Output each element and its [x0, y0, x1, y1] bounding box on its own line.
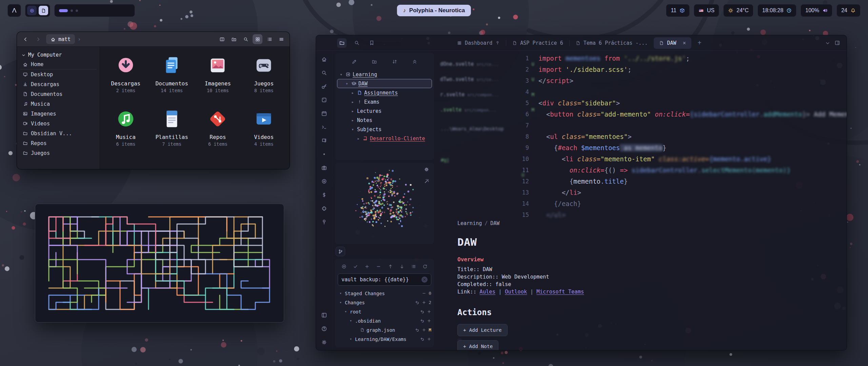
- unlink-ribbon-button[interactable]: [320, 150, 329, 159]
- tab-dashboard[interactable]: Dashboard: [452, 37, 505, 49]
- clear-commit-message-button[interactable]: ✕: [421, 277, 428, 283]
- help-ribbon-button[interactable]: [320, 324, 329, 333]
- folder-videos[interactable]: Videos4 items: [241, 106, 287, 159]
- folder-plus-button[interactable]: [370, 57, 379, 66]
- book-ribbon-button[interactable]: [320, 136, 329, 145]
- graph-settings-button[interactable]: [422, 165, 431, 174]
- git-plus-icon[interactable]: [422, 328, 426, 332]
- folder-descargas[interactable]: Descargas2 items: [103, 52, 149, 106]
- tree-item-daw[interactable]: ▾DAW: [337, 79, 432, 88]
- tree-item-assignments[interactable]: ▸Assignments: [337, 88, 432, 97]
- sidebar-item-documentos[interactable]: Documentos: [20, 89, 97, 99]
- folder-imagenes[interactable]: Imagenes10 items: [195, 52, 241, 106]
- git-undo-icon[interactable]: [415, 328, 419, 332]
- git-undo-icon[interactable]: [420, 319, 425, 323]
- git-row-learning-daw-exams[interactable]: ▾Learning/DAW/Exams: [338, 334, 431, 344]
- git-branch-button[interactable]: [336, 247, 345, 256]
- git-minus-button[interactable]: [375, 262, 383, 270]
- home-ribbon-button[interactable]: [320, 55, 329, 64]
- layout-ribbon-button[interactable]: [320, 311, 329, 320]
- toggle-right-sidebar-button[interactable]: [832, 38, 842, 48]
- search-button[interactable]: [241, 34, 251, 44]
- puzzle-ribbon-button[interactable]: [320, 204, 329, 213]
- new-tab-button[interactable]: +: [695, 38, 704, 48]
- tab-list-dropdown[interactable]: [823, 38, 832, 48]
- power-menu-button[interactable]: [27, 6, 37, 15]
- notes-button[interactable]: [39, 6, 48, 15]
- pin-ribbon-button[interactable]: [320, 218, 329, 226]
- pencil-button[interactable]: [350, 57, 359, 66]
- gear-ribbon-button[interactable]: [320, 338, 329, 347]
- keyboard-layout-module[interactable]: US: [694, 4, 719, 17]
- git-arrow-up-button[interactable]: [386, 262, 394, 270]
- tree-item-learning[interactable]: ▾Learning: [337, 70, 432, 79]
- git-row-changes[interactable]: ▾Changes2: [338, 298, 431, 307]
- git-plus-button[interactable]: [363, 262, 371, 270]
- sidebar-item-obsidian-v-[interactable]: Obsidian V...: [20, 128, 97, 138]
- clock-module[interactable]: 18:08:28: [757, 4, 796, 17]
- updates-module[interactable]: 11: [666, 4, 690, 17]
- workspaces-widget[interactable]: [54, 4, 135, 17]
- folder-plantillas[interactable]: Plantillas7 items: [149, 106, 195, 159]
- link-aules[interactable]: Aules: [479, 289, 495, 295]
- folder-juegos[interactable]: Juegos8 items: [241, 52, 287, 106]
- link-microsoft-teams[interactable]: Microsoft Teams: [536, 289, 584, 295]
- git-plus-icon[interactable]: [422, 300, 426, 305]
- git-circle-plus-button[interactable]: [340, 262, 348, 270]
- sidebar-item-desktop[interactable]: Desktop: [20, 69, 97, 79]
- close-tab-button[interactable]: ×: [683, 40, 686, 46]
- launcher-button[interactable]: Λ: [7, 4, 21, 17]
- calendar-ribbon-button[interactable]: [320, 109, 329, 118]
- tree-item-lectures[interactable]: ▸Lectures: [337, 106, 432, 116]
- terminal-ribbon-button[interactable]: [320, 123, 329, 131]
- folder-musica[interactable]: Musica6 items: [103, 106, 149, 159]
- git-undo-icon[interactable]: [420, 337, 425, 341]
- git-row-root[interactable]: ▾root: [338, 307, 431, 316]
- git-minus-icon[interactable]: [422, 291, 426, 296]
- menu-button[interactable]: [276, 34, 286, 44]
- grid-button[interactable]: [253, 34, 262, 44]
- tree-item-desarrollo-cliente[interactable]: ▸Desarrollo-Cliente: [337, 134, 432, 143]
- git-row--obsidian[interactable]: ▾.obsidian: [338, 316, 431, 325]
- breadcrumb[interactable]: matt: [46, 34, 75, 44]
- camera-ribbon-button[interactable]: [320, 163, 329, 172]
- sort-button[interactable]: [390, 57, 399, 66]
- git-plus-icon[interactable]: [427, 337, 431, 341]
- git-arrow-down-button[interactable]: [398, 262, 406, 270]
- graph-canvas[interactable]: [335, 163, 434, 239]
- tree-item-exams[interactable]: ▸Exams: [337, 97, 432, 106]
- graph-filter-button[interactable]: [422, 177, 431, 185]
- sidebar-item-imagenes[interactable]: Imagenes: [20, 109, 97, 119]
- git-check-button[interactable]: [351, 262, 359, 270]
- tree-item-subjects[interactable]: ▾Subjects: [337, 125, 432, 134]
- search-ribbon-button[interactable]: [320, 68, 329, 77]
- git-undo-icon[interactable]: [420, 309, 425, 314]
- search-view-button[interactable]: [352, 38, 361, 48]
- back-button[interactable]: [20, 34, 31, 44]
- weather-module[interactable]: 24°C: [723, 4, 753, 17]
- folder-documentos[interactable]: Documentos14 items: [149, 52, 195, 106]
- sidebar-item-home[interactable]: Home: [20, 60, 97, 69]
- breadcrumb-learning[interactable]: Learning: [457, 220, 482, 226]
- sidebar-item-videos[interactable]: Videos: [20, 119, 97, 128]
- dollar-ribbon-button[interactable]: [320, 190, 329, 199]
- git-plus-icon[interactable]: [427, 319, 431, 323]
- sidebar-item-repos[interactable]: Repos: [20, 138, 97, 148]
- git-plus-icon[interactable]: [427, 309, 431, 314]
- collapse-button[interactable]: [410, 57, 419, 66]
- now-playing-widget[interactable]: ♪ Polyphia - Neurotica: [397, 5, 471, 16]
- git-undo-icon[interactable]: [415, 300, 419, 305]
- tab-daw[interactable]: DAW×: [654, 37, 691, 49]
- key-ribbon-button[interactable]: [320, 82, 329, 91]
- link-outlook[interactable]: Outlook: [505, 289, 527, 295]
- tree-item-notes[interactable]: ▸Notes: [337, 116, 432, 125]
- sidebar-section-title[interactable]: My Computer: [20, 50, 97, 60]
- tab-asp-practice-6[interactable]: ASP Practice 6: [507, 37, 568, 49]
- action-button--add-note[interactable]: + Add Note: [457, 340, 498, 350]
- sidebar-item-juegos[interactable]: Juegos: [20, 148, 97, 158]
- git-list-button[interactable]: [410, 262, 418, 270]
- git-row-graph-json[interactable]: graph.jsonM: [338, 325, 431, 334]
- action-button--add-lecture[interactable]: + Add Lecture: [457, 324, 508, 336]
- folder-repos[interactable]: Repos6 items: [195, 106, 241, 159]
- folder-view-button[interactable]: [337, 38, 347, 48]
